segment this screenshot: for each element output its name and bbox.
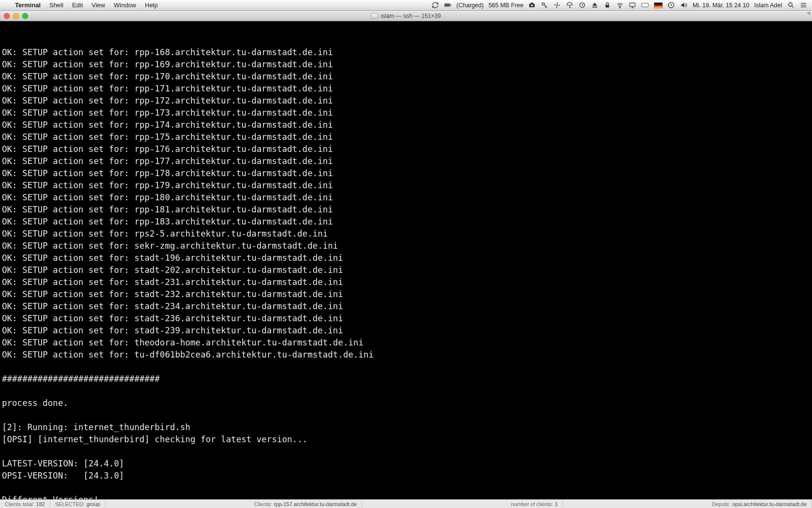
eject-icon[interactable]: [591, 1, 599, 9]
status-num-clients: number of clients: 1: [506, 500, 563, 508]
battery-text: (Charged): [456, 2, 483, 9]
traffic-lights: [0, 13, 28, 19]
svg-rect-21: [800, 5, 806, 5]
svg-point-6: [542, 3, 545, 5]
camera-icon[interactable]: [528, 1, 536, 9]
sync-icon[interactable]: [431, 1, 439, 9]
display-icon[interactable]: [629, 1, 637, 9]
terminal-output-line: OK: SETUP action set for: stadt-239.arch…: [2, 325, 810, 337]
terminal-output-line: OK: SETUP action set for: rpp-170.archit…: [2, 71, 810, 83]
terminal-output-line: OK: SETUP action set for: rpp-176.archit…: [2, 143, 810, 155]
status-label: Clients total:: [5, 501, 34, 507]
terminal-output-line: OK: SETUP action set for: rpp-177.archit…: [2, 155, 810, 167]
menu-window[interactable]: Window: [110, 0, 141, 11]
svg-rect-2: [450, 4, 451, 6]
spotlight-icon[interactable]: [787, 1, 795, 9]
status-depots: Depots: opsi.architektur.tu-darmstadt.de: [707, 500, 812, 508]
terminal-blank-line: [2, 385, 810, 397]
status-value: 182: [36, 501, 45, 507]
terminal-output-line: OK: SETUP action set for: rpp-178.archit…: [2, 167, 810, 179]
status-value: 1: [555, 501, 558, 507]
fan-icon[interactable]: [553, 1, 561, 9]
key-icon[interactable]: [541, 1, 549, 9]
menu-shell[interactable]: Shell: [45, 0, 68, 11]
terminal-output-line: OK: SETUP action set for: stadt-231.arch…: [2, 276, 810, 288]
status-value: opsi.architektur.tu-darmstadt.de: [732, 501, 807, 507]
wifi-icon[interactable]: [616, 1, 624, 9]
terminal-output-line: OK: SETUP action set for: rpp-171.archit…: [2, 83, 810, 95]
terminal-process-done: process done.: [2, 397, 810, 409]
status-label: SELECTED:: [55, 501, 85, 507]
terminal-checking-line: [OPSI] [internet_thunderbird] checking f…: [2, 433, 810, 446]
refresh-icon[interactable]: [579, 1, 586, 9]
svg-rect-5: [531, 3, 533, 4]
minimize-button[interactable]: [13, 13, 19, 19]
status-label: Depots:: [712, 501, 730, 507]
status-label: number of clients:: [511, 501, 553, 507]
terminal-output-line: OK: SETUP action set for: rpp-183.archit…: [2, 216, 810, 228]
svg-rect-20: [800, 3, 806, 3]
zoom-button[interactable]: [22, 13, 28, 19]
svg-rect-1: [445, 4, 450, 6]
volume-icon[interactable]: [680, 1, 688, 9]
status-clients: Clients: rpp-157.architektur.tu-darmstad…: [249, 500, 362, 508]
menu-edit[interactable]: Edit: [68, 0, 87, 11]
terminal-blank-line: [2, 446, 810, 458]
terminal-blank-line: [2, 482, 810, 494]
close-button[interactable]: [4, 13, 10, 19]
window-title-text: islam — ssh — 151×39: [381, 13, 441, 19]
status-label: Clients:: [254, 501, 272, 507]
menubar: Terminal Shell Edit View Window Help (Ch…: [0, 0, 812, 11]
input-source-flag-de[interactable]: [654, 2, 663, 8]
apple-menu[interactable]: [4, 0, 11, 11]
terminal-output-line: OK: SETUP action set for: stadt-202.arch…: [2, 264, 810, 276]
menubar-left: Terminal Shell Edit View Window Help: [4, 0, 162, 11]
menu-help[interactable]: Help: [141, 0, 162, 11]
terminal-diff-versions: Different Versions!: [2, 494, 810, 499]
terminal-output-line: OK: SETUP action set for: theodora-home.…: [2, 337, 810, 349]
window-titlebar[interactable]: islam — ssh — 151×39: [0, 11, 812, 21]
status-selected: SELECTED: group: [50, 500, 105, 508]
svg-point-7: [557, 4, 558, 6]
terminal-output-line: OK: SETUP action set for: stadt-232.arch…: [2, 288, 810, 300]
status-clients-total: Clients total: 182: [0, 500, 50, 508]
terminal-output-line: OK: SETUP action set for: rpp-169.archit…: [2, 59, 810, 71]
keyboard-icon[interactable]: [641, 1, 649, 9]
svg-point-4: [531, 4, 533, 6]
terminal-output-line: OK: SETUP action set for: stadt-196.arch…: [2, 252, 810, 264]
terminal-output-line: OK: SETUP action set for: rpp-172.archit…: [2, 95, 810, 107]
notification-center-icon[interactable]: [799, 1, 807, 9]
svg-point-10: [620, 7, 621, 8]
terminal-output-line: OK: SETUP action set for: rpp-181.archit…: [2, 204, 810, 216]
terminal-output-line: OK: SETUP action set for: rpp-180.archit…: [2, 192, 810, 204]
timemachine-icon[interactable]: [667, 1, 675, 9]
terminal-blank-line: [2, 409, 810, 421]
app-menu[interactable]: Terminal: [11, 0, 45, 11]
menubar-right: (Charged) 565 MB Free Mi. 19. Mär. 15 24…: [431, 1, 808, 9]
svg-rect-11: [630, 3, 635, 7]
menu-view[interactable]: View: [87, 0, 110, 11]
status-value: group: [87, 501, 100, 507]
terminal-blank-line: [2, 361, 810, 373]
background-status-bar: Clients total: 182 SELECTED: group Clien…: [0, 499, 812, 508]
terminal-output-line: OK: SETUP action set for: rps2-5.archite…: [2, 228, 810, 240]
terminal-output-line: OK: SETUP action set for: rpp-175.archit…: [2, 131, 810, 143]
terminal-output-line: OK: SETUP action set for: rpp-179.archit…: [2, 179, 810, 192]
clock-text[interactable]: Mi. 19. Mär. 15 24 10: [693, 2, 749, 9]
terminal-output-line: OK: SETUP action set for: sekr-zmg.archi…: [2, 240, 810, 252]
user-name[interactable]: Islam Adel: [754, 2, 782, 9]
status-value: rpp-157.architektur.tu-darmstadt.de: [274, 501, 357, 507]
proxy-icon[interactable]: [371, 13, 378, 19]
terminal-viewport[interactable]: OK: SETUP action set for: rpp-168.archit…: [0, 21, 812, 499]
terminal-output-line: OK: SETUP action set for: stadt-236.arch…: [2, 313, 810, 325]
terminal-output-line: OK: SETUP action set for: rpp-173.archit…: [2, 107, 810, 119]
battery-icon[interactable]: [444, 1, 451, 9]
svg-rect-12: [642, 3, 649, 7]
mem-free-text[interactable]: 565 MB Free: [489, 2, 523, 9]
terminal-output-line: OK: SETUP action set for: tu-df061bb2cea…: [2, 349, 810, 361]
lock-icon[interactable]: [604, 1, 611, 9]
svg-rect-22: [800, 7, 806, 7]
window-title: islam — ssh — 151×39: [371, 13, 441, 19]
fullscreen-button[interactable]: [803, 12, 810, 19]
umbrella-icon[interactable]: [566, 1, 574, 9]
